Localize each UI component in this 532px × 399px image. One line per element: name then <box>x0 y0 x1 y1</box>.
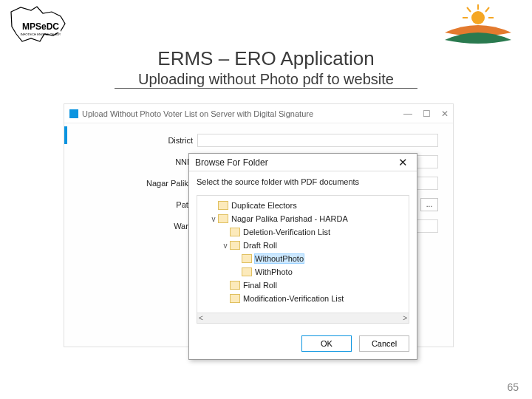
minimize-button[interactable]: — <box>403 109 412 119</box>
tree-item: WithPhoto <box>199 265 407 279</box>
tree-item: Duplicate Electors <box>199 199 407 212</box>
maximize-button[interactable]: ☐ <box>423 109 431 119</box>
window-titlebar: Upload Without Photo Voter List on Serve… <box>64 104 453 123</box>
svg-point-3 <box>471 11 485 24</box>
field-district[interactable] <box>197 134 438 147</box>
svg-text:MPSeDC: MPSeDC <box>22 21 59 32</box>
cancel-button[interactable]: Cancel <box>359 335 409 352</box>
dialog-close-button[interactable]: ✕ <box>395 156 411 169</box>
tree-label[interactable]: Duplicate Electors <box>231 201 297 210</box>
app-screenshot: Upload Without Photo Voter List on Serve… <box>64 103 454 347</box>
slide-title: ERMS – ERO Application <box>0 47 532 70</box>
dialog-hint: Select the source folder with PDF docume… <box>189 171 417 192</box>
tree-label[interactable]: WithoutPhoto <box>255 254 304 263</box>
label-path: Path <box>123 200 197 209</box>
browse-folder-dialog: Browse For Folder ✕ Select the source fo… <box>188 153 417 360</box>
tree-item-selected: WithoutPhoto <box>199 252 407 265</box>
dialog-title: Browse For Folder <box>195 157 268 168</box>
tree-label[interactable]: Final Roll <box>243 281 277 290</box>
tree-label[interactable]: Draft Roll <box>243 241 277 250</box>
tree-label[interactable]: WithPhoto <box>255 267 293 276</box>
dialog-buttons: OK Cancel <box>301 335 409 352</box>
slide: MPSeDC INFOTECH ENGINE OF M.P. ERMS – ER… <box>0 0 532 399</box>
tree-item: vNagar Palika Parishad - HARDA <box>199 212 407 225</box>
tree-label[interactable]: Deletion-Verification List <box>243 228 330 236</box>
accent-bar <box>64 126 67 144</box>
tree-label[interactable]: Modification-Verification List <box>243 294 344 303</box>
label-ward: Ward <box>123 222 197 231</box>
tree-item: Final Roll <box>199 279 407 292</box>
folder-icon <box>242 267 252 276</box>
svg-rect-4 <box>69 109 78 118</box>
window-title: Upload Without Photo Voter List on Serve… <box>82 109 313 118</box>
close-button[interactable]: ✕ <box>441 109 449 119</box>
label-nagar-palika: Nagar Palika <box>123 179 197 188</box>
dialog-titlebar: Browse For Folder ✕ <box>189 154 417 171</box>
expander-icon[interactable]: v <box>209 215 218 223</box>
scroll-left-icon[interactable]: < <box>199 314 203 322</box>
folder-tree: Duplicate Electors vNagar Palika Parisha… <box>197 195 409 324</box>
tree-item: vDraft Roll <box>199 239 407 252</box>
label-nnn: NNN <box>123 157 197 166</box>
folder-icon <box>230 294 240 303</box>
mpsedc-logo: MPSeDC INFOTECH ENGINE OF M.P. <box>7 4 74 49</box>
tree-scrollbar[interactable]: < > <box>197 313 409 323</box>
label-district: District <box>123 136 197 145</box>
folder-icon <box>218 201 228 210</box>
scroll-right-icon[interactable]: > <box>403 314 407 322</box>
page-number: 65 <box>507 381 519 393</box>
tree-item: Modification-Verification List <box>199 292 407 305</box>
tree-item: Deletion-Verification List <box>199 225 407 239</box>
expander-icon[interactable]: v <box>221 242 230 250</box>
folder-icon <box>230 241 240 250</box>
svg-text:INFOTECH ENGINE OF M.P.: INFOTECH ENGINE OF M.P. <box>21 33 61 36</box>
window-icon <box>69 109 79 119</box>
folder-icon <box>230 228 240 236</box>
folder-icon <box>242 254 252 263</box>
form-row-district: District <box>123 134 438 147</box>
slide-subtitle: Uploading without Photo pdf to website <box>115 71 417 89</box>
browse-button[interactable]: ... <box>420 198 438 211</box>
folder-icon <box>230 281 240 290</box>
folder-icon <box>218 214 228 223</box>
ok-button[interactable]: OK <box>301 335 352 352</box>
window-controls: — ☐ ✕ <box>403 109 449 119</box>
tree-label[interactable]: Nagar Palika Parishad - HARDA <box>231 214 348 223</box>
